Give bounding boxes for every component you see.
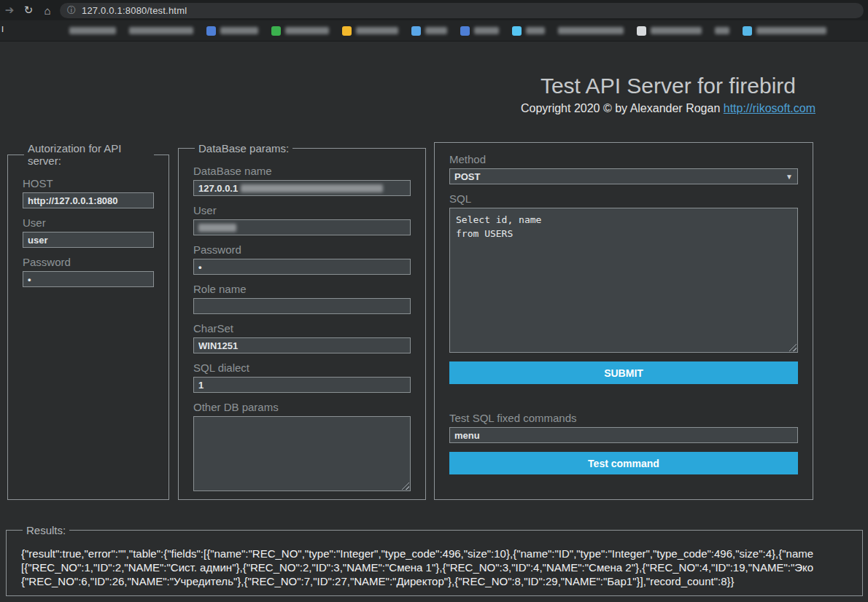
db-other-label: Other DB params — [193, 401, 411, 414]
bookmark-label-blurred — [220, 27, 258, 34]
host-label: HOST — [23, 177, 154, 190]
bookmark-label-blurred — [715, 27, 729, 34]
sql-label: SQL — [449, 192, 798, 206]
bookmark-label-blurred — [651, 27, 702, 34]
bookmark-label-blurred — [69, 27, 116, 34]
forward-icon[interactable]: ➔ — [0, 4, 19, 17]
results-fieldset: Results: {"result":true,"error":"","tabl… — [6, 524, 863, 596]
db-charset-label: CharSet — [193, 322, 411, 335]
db-role-input[interactable] — [193, 298, 411, 314]
bookmark-item[interactable] — [69, 27, 116, 34]
bookmark-favicon — [411, 26, 421, 36]
bookmark-label-blurred — [474, 27, 499, 34]
auth-legend: Autorization for API server: — [24, 142, 154, 167]
test-command-field-group: Test SQL fixed commands — [449, 412, 798, 443]
page-body: Test API Server for firebird Copyright 2… — [0, 42, 868, 602]
db-password-field-group: Password — [193, 243, 411, 275]
db-user-label: User — [193, 204, 411, 217]
results-line: [{"REC_NO":1,"ID":2,"NAME":"Сист. админ"… — [21, 560, 856, 574]
submit-button[interactable]: SUBMIT — [449, 361, 798, 384]
bookmark-label-blurred — [526, 27, 545, 34]
bookmark-label-blurred — [425, 27, 447, 34]
redacted-value — [241, 184, 383, 192]
host-input[interactable] — [23, 192, 154, 208]
db-charset-field-group: CharSet — [193, 322, 411, 353]
db-role-field-group: Role name — [193, 283, 411, 314]
db-fieldset: DataBase params: DataBase name 127.0.0.1… — [178, 142, 426, 500]
bookmark-item[interactable] — [129, 27, 193, 34]
redacted-value — [198, 224, 236, 232]
test-command-button[interactable]: Test command — [449, 452, 798, 474]
bookmark-item[interactable] — [342, 26, 398, 36]
db-name-field-group: DataBase name 127.0.0.1 — [193, 165, 411, 196]
bookmark-favicon — [743, 26, 752, 36]
db-dialect-field-group: SQL dialect — [193, 361, 411, 393]
auth-user-input[interactable] — [23, 232, 154, 248]
auth-fieldset: Autorization for API server: HOST User P… — [7, 142, 169, 500]
sql-textarea[interactable]: Select id, name from USERS — [449, 208, 798, 353]
method-select[interactable]: POST ▼ — [449, 168, 798, 184]
db-name-value: 127.0.0.1 — [198, 183, 238, 194]
bookmark-favicon — [460, 26, 470, 36]
bookmark-favicon — [512, 26, 522, 36]
bookmark-label-blurred — [285, 27, 329, 34]
db-dialect-label: SQL dialect — [193, 361, 411, 375]
info-icon[interactable]: ⓘ — [67, 4, 76, 17]
bookmark-favicon — [271, 26, 281, 36]
db-password-input[interactable] — [193, 259, 411, 275]
bookmark-item[interactable] — [512, 26, 545, 36]
db-password-label: Password — [193, 243, 411, 257]
auth-password-input[interactable] — [23, 271, 154, 287]
home-icon[interactable]: ⌂ — [38, 4, 57, 17]
results-line: {"result":true,"error":"","table":{"fiel… — [21, 547, 856, 560]
rikosoft-link[interactable]: http://rikosoft.com — [724, 102, 815, 114]
bookmark-item[interactable] — [460, 26, 499, 36]
method-label: Method — [449, 153, 798, 166]
page-title: Test API Server for firebird — [486, 74, 850, 98]
db-other-field-group: Other DB params — [193, 401, 411, 491]
auth-user-field-group: User — [23, 216, 154, 248]
bookmark-item[interactable] — [637, 26, 702, 36]
bookmark-item[interactable] — [558, 27, 624, 34]
bookmark-item[interactable] — [206, 26, 258, 36]
db-charset-input[interactable] — [193, 337, 411, 353]
browser-toolbar: ➔ ↻ ⌂ ⓘ 127.0.0.1:8080/test.html — [0, 0, 868, 20]
results-line: {"REC_NO":6,"ID":26,"NAME":"Учредитель"}… — [21, 574, 856, 588]
request-panel: Method POST ▼ SQL Select id, name from U… — [434, 142, 813, 500]
results-output: {"result":true,"error":"","table":{"fiel… — [21, 547, 856, 588]
bookmark-label-blurred — [129, 27, 193, 34]
db-name-input[interactable]: 127.0.0.1 — [193, 180, 411, 196]
bookmark-item[interactable] — [271, 26, 329, 36]
sql-field-group: SQL Select id, name from USERS — [449, 192, 798, 353]
test-command-input[interactable] — [449, 427, 798, 443]
db-dialect-input[interactable] — [193, 377, 411, 393]
bookmark-favicon — [637, 26, 646, 36]
url-text: 127.0.0.1:8080/test.html — [82, 5, 187, 16]
bookmark-item[interactable] — [715, 27, 729, 34]
db-role-label: Role name — [193, 283, 411, 296]
results-legend: Results: — [23, 524, 69, 536]
bookmark-item[interactable] — [743, 26, 826, 36]
address-bar[interactable]: ⓘ 127.0.0.1:8080/test.html — [60, 3, 864, 18]
auth-password-field-group: Password — [23, 256, 154, 287]
chevron-down-icon: ▼ — [786, 173, 793, 181]
bookmark-label-blurred — [756, 27, 826, 34]
bookmark-label-blurred — [356, 27, 398, 34]
db-name-label: DataBase name — [193, 165, 411, 178]
copyright-text: Copyright 2020 © by Alexander Rogan — [521, 102, 724, 114]
host-field-group: HOST — [23, 177, 154, 208]
test-command-label: Test SQL fixed commands — [449, 412, 798, 425]
db-other-params-textarea[interactable] — [193, 416, 411, 491]
bookmark-label-blurred — [558, 27, 624, 34]
copyright-line: Copyright 2020 © by Alexander Rogan http… — [486, 102, 850, 115]
bookmark-favicon — [206, 26, 216, 36]
auth-user-label: User — [23, 216, 154, 230]
partial-glyph: I — [1, 25, 4, 34]
bookmark-item[interactable] — [411, 26, 447, 36]
method-field-group: Method POST ▼ — [449, 153, 798, 184]
db-user-input[interactable] — [193, 219, 411, 235]
page-header: Test API Server for firebird Copyright 2… — [486, 74, 850, 115]
bookmarks-bar: I — [0, 20, 868, 42]
bookmark-favicon — [342, 26, 352, 36]
reload-icon[interactable]: ↻ — [19, 4, 38, 17]
